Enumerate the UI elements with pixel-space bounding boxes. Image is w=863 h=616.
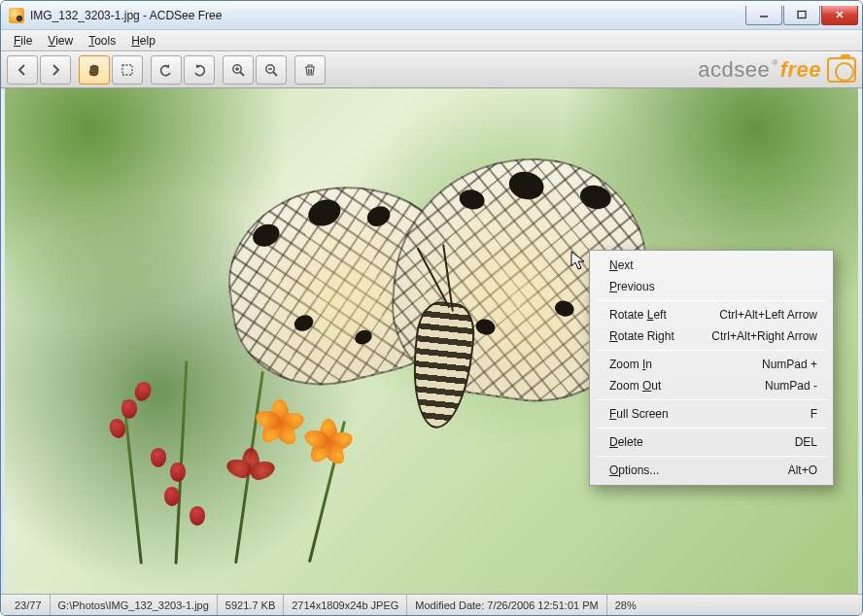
redo-button[interactable] xyxy=(184,55,215,85)
status-index: 23/77 xyxy=(7,595,51,615)
maximize-button[interactable] xyxy=(783,6,820,25)
ctx-item-zoom-out[interactable]: Zoom OutNumPad - xyxy=(592,375,831,396)
status-dims: 2714x1809x24b JPEG xyxy=(284,595,407,615)
menu-help[interactable]: Help xyxy=(124,32,162,50)
svg-line-4 xyxy=(240,72,244,76)
menu-tools[interactable]: Tools xyxy=(82,32,122,50)
pan-tool-button[interactable] xyxy=(79,55,110,85)
ctx-item-zoom-in[interactable]: Zoom InNumPad + xyxy=(592,354,831,375)
zoom-out-icon xyxy=(263,62,279,78)
trash-icon xyxy=(302,62,318,78)
status-path: G:\Photos\IMG_132_3203-1.jpg xyxy=(51,595,218,615)
context-menu: NextPreviousRotate LeftCtrl+Alt+Left Arr… xyxy=(589,250,834,486)
ctx-item-previous[interactable]: Previous xyxy=(592,276,831,297)
undo-button[interactable] xyxy=(151,55,182,85)
ctx-item-delete[interactable]: DeleteDEL xyxy=(592,431,831,453)
ctx-item-options-[interactable]: Options...Alt+O xyxy=(592,460,831,481)
menu-view[interactable]: View xyxy=(41,32,80,50)
close-button[interactable] xyxy=(821,6,858,25)
titlebar: IMG_132_3203-1.jpg - ACDSee Free xyxy=(1,1,862,30)
delete-button[interactable] xyxy=(294,55,326,85)
brand-text-grey: acdsee xyxy=(698,57,770,83)
status-zoom: 28% xyxy=(607,595,644,615)
svg-line-8 xyxy=(273,72,277,76)
window-controls xyxy=(745,6,858,25)
toolbar: acdsee ® free xyxy=(1,51,862,88)
select-tool-button[interactable] xyxy=(112,55,143,85)
window-title: IMG_132_3203-1.jpg - ACDSee Free xyxy=(30,9,222,22)
zoom-in-icon xyxy=(230,62,246,78)
statusbar: 23/77 G:\Photos\IMG_132_3203-1.jpg 5921.… xyxy=(1,594,862,615)
hand-icon xyxy=(86,62,102,78)
redo-icon xyxy=(191,62,207,78)
camera-icon xyxy=(827,57,856,83)
zoom-out-button[interactable] xyxy=(256,55,287,85)
brand-logo: acdsee ® free xyxy=(698,57,856,83)
undo-icon xyxy=(158,62,174,78)
ctx-item-next[interactable]: Next xyxy=(592,255,831,276)
image-viewer[interactable]: NextPreviousRotate LeftCtrl+Alt+Left Arr… xyxy=(5,88,858,594)
selection-icon xyxy=(120,62,135,78)
ctx-item-rotate-left[interactable]: Rotate LeftCtrl+Alt+Left Arrow xyxy=(592,304,831,325)
status-size: 5921.7 KB xyxy=(218,595,284,615)
brand-text-orange: free xyxy=(780,57,821,83)
ctx-item-rotate-right[interactable]: Rotate RightCtrl+Alt+Right Arrow xyxy=(592,325,831,347)
prev-button[interactable] xyxy=(7,55,38,85)
zoom-in-button[interactable] xyxy=(223,55,254,85)
svg-rect-2 xyxy=(122,65,132,75)
minimize-button[interactable] xyxy=(745,6,782,25)
ctx-item-full-screen[interactable]: Full ScreenF xyxy=(592,403,831,425)
app-window: IMG_132_3203-1.jpg - ACDSee Free File Vi… xyxy=(0,0,863,616)
app-icon xyxy=(9,8,24,23)
next-button[interactable] xyxy=(40,55,71,85)
menubar: File View Tools Help xyxy=(1,30,862,51)
svg-rect-1 xyxy=(798,12,806,18)
menu-file[interactable]: File xyxy=(7,32,39,50)
status-modified: Modified Date: 7/26/2006 12:51:01 PM xyxy=(407,595,606,615)
